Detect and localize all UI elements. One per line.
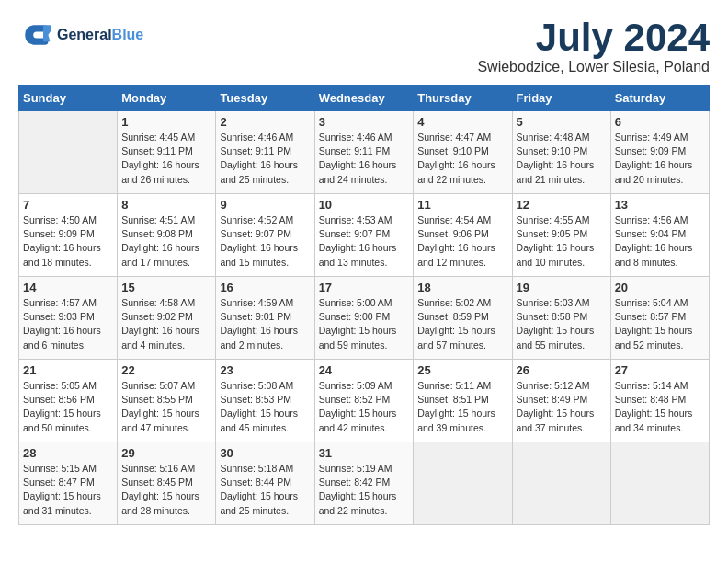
calendar-cell: 9Sunrise: 4:52 AM Sunset: 9:07 PM Daylig… [216, 194, 314, 277]
calendar-cell: 27Sunrise: 5:14 AM Sunset: 8:48 PM Dayli… [610, 360, 709, 442]
calendar-cell: 12Sunrise: 4:55 AM Sunset: 9:05 PM Dayli… [512, 194, 610, 277]
weekday-header: Saturday [610, 86, 709, 111]
calendar-cell: 13Sunrise: 4:56 AM Sunset: 9:04 PM Dayli… [610, 194, 709, 277]
day-info: Sunrise: 4:59 AM Sunset: 9:01 PM Dayligh… [220, 296, 310, 352]
day-info: Sunrise: 5:02 AM Sunset: 8:59 PM Dayligh… [417, 296, 507, 352]
day-number: 9 [220, 198, 310, 212]
day-info: Sunrise: 4:52 AM Sunset: 9:07 PM Dayligh… [220, 213, 310, 270]
calendar-cell: 1Sunrise: 4:45 AM Sunset: 9:11 PM Daylig… [118, 111, 216, 194]
calendar-cell: 17Sunrise: 5:00 AM Sunset: 9:00 PM Dayli… [314, 277, 414, 360]
day-info: Sunrise: 4:48 AM Sunset: 9:10 PM Dayligh… [517, 131, 607, 187]
day-info: Sunrise: 4:54 AM Sunset: 9:06 PM Dayligh… [417, 213, 507, 270]
day-info: Sunrise: 5:00 AM Sunset: 9:00 PM Dayligh… [319, 296, 410, 352]
calendar-cell: 26Sunrise: 5:12 AM Sunset: 8:49 PM Dayli… [512, 360, 610, 442]
calendar-week-row: 1Sunrise: 4:45 AM Sunset: 9:11 PM Daylig… [19, 111, 710, 194]
calendar-cell: 16Sunrise: 4:59 AM Sunset: 9:01 PM Dayli… [216, 277, 314, 360]
day-info: Sunrise: 5:05 AM Sunset: 8:56 PM Dayligh… [23, 379, 113, 435]
calendar-cell: 31Sunrise: 5:19 AM Sunset: 8:42 PM Dayli… [314, 442, 414, 525]
calendar-cell: 24Sunrise: 5:09 AM Sunset: 8:52 PM Dayli… [314, 360, 414, 442]
day-number: 20 [615, 281, 705, 294]
day-info: Sunrise: 5:19 AM Sunset: 8:42 PM Dayligh… [319, 462, 410, 518]
day-number: 30 [220, 446, 310, 460]
day-number: 25 [417, 363, 507, 377]
day-info: Sunrise: 4:55 AM Sunset: 9:05 PM Dayligh… [517, 213, 607, 270]
day-info: Sunrise: 4:53 AM Sunset: 9:07 PM Dayligh… [319, 213, 410, 270]
day-number: 11 [417, 198, 507, 212]
day-number: 1 [121, 115, 211, 129]
calendar-cell: 20Sunrise: 5:04 AM Sunset: 8:57 PM Dayli… [610, 277, 709, 360]
day-info: Sunrise: 4:51 AM Sunset: 9:08 PM Dayligh… [121, 213, 211, 270]
day-info: Sunrise: 5:12 AM Sunset: 8:49 PM Dayligh… [517, 379, 607, 435]
day-info: Sunrise: 5:09 AM Sunset: 8:52 PM Dayligh… [319, 379, 410, 435]
calendar-cell: 30Sunrise: 5:18 AM Sunset: 8:44 PM Dayli… [216, 442, 314, 525]
day-info: Sunrise: 5:08 AM Sunset: 8:53 PM Dayligh… [220, 379, 310, 435]
calendar-week-row: 7Sunrise: 4:50 AM Sunset: 9:09 PM Daylig… [19, 194, 710, 277]
calendar-cell: 25Sunrise: 5:11 AM Sunset: 8:51 PM Dayli… [414, 360, 512, 442]
day-number: 3 [319, 115, 410, 129]
day-info: Sunrise: 5:11 AM Sunset: 8:51 PM Dayligh… [417, 379, 507, 435]
page-header: GeneralBlue July 2024 Swiebodzice, Lower… [18, 18, 710, 75]
day-number: 2 [220, 115, 310, 129]
calendar-cell: 3Sunrise: 4:46 AM Sunset: 9:11 PM Daylig… [314, 111, 414, 194]
calendar-cell: 5Sunrise: 4:48 AM Sunset: 9:10 PM Daylig… [512, 111, 610, 194]
weekday-header: Wednesday [314, 86, 414, 111]
logo-icon [18, 18, 51, 52]
day-number: 15 [121, 281, 211, 294]
day-info: Sunrise: 4:50 AM Sunset: 9:09 PM Dayligh… [23, 213, 113, 270]
day-number: 7 [23, 198, 113, 212]
day-number: 29 [121, 446, 211, 460]
calendar-cell: 28Sunrise: 5:15 AM Sunset: 8:47 PM Dayli… [19, 442, 118, 525]
day-number: 14 [23, 281, 113, 294]
day-number: 19 [517, 281, 607, 294]
calendar-week-row: 21Sunrise: 5:05 AM Sunset: 8:56 PM Dayli… [19, 360, 710, 442]
calendar-cell: 8Sunrise: 4:51 AM Sunset: 9:08 PM Daylig… [118, 194, 216, 277]
day-number: 26 [517, 363, 607, 377]
calendar-cell: 6Sunrise: 4:49 AM Sunset: 9:09 PM Daylig… [610, 111, 709, 194]
calendar-cell [414, 442, 512, 525]
day-info: Sunrise: 4:45 AM Sunset: 9:11 PM Dayligh… [121, 131, 211, 187]
calendar-cell: 23Sunrise: 5:08 AM Sunset: 8:53 PM Dayli… [216, 360, 314, 442]
logo-text: GeneralBlue [57, 27, 143, 43]
month-title: July 2024 [477, 18, 710, 57]
day-number: 23 [220, 363, 310, 377]
day-number: 4 [417, 115, 507, 129]
day-info: Sunrise: 5:14 AM Sunset: 8:48 PM Dayligh… [615, 379, 705, 435]
day-info: Sunrise: 4:47 AM Sunset: 9:10 PM Dayligh… [417, 131, 507, 187]
calendar-cell: 10Sunrise: 4:53 AM Sunset: 9:07 PM Dayli… [314, 194, 414, 277]
calendar-week-row: 28Sunrise: 5:15 AM Sunset: 8:47 PM Dayli… [19, 442, 710, 525]
day-info: Sunrise: 5:16 AM Sunset: 8:45 PM Dayligh… [121, 462, 211, 518]
calendar-cell: 7Sunrise: 4:50 AM Sunset: 9:09 PM Daylig… [19, 194, 118, 277]
calendar-cell: 19Sunrise: 5:03 AM Sunset: 8:58 PM Dayli… [512, 277, 610, 360]
day-number: 8 [121, 198, 211, 212]
weekday-header-row: SundayMondayTuesdayWednesdayThursdayFrid… [19, 86, 710, 111]
calendar-cell: 14Sunrise: 4:57 AM Sunset: 9:03 PM Dayli… [19, 277, 118, 360]
day-info: Sunrise: 4:56 AM Sunset: 9:04 PM Dayligh… [615, 213, 705, 270]
day-info: Sunrise: 5:18 AM Sunset: 8:44 PM Dayligh… [220, 462, 310, 518]
day-number: 18 [417, 281, 507, 294]
weekday-header: Monday [118, 86, 216, 111]
day-number: 16 [220, 281, 310, 294]
day-number: 28 [23, 446, 113, 460]
day-number: 27 [615, 363, 705, 377]
calendar-cell: 22Sunrise: 5:07 AM Sunset: 8:55 PM Dayli… [118, 360, 216, 442]
day-number: 22 [121, 363, 211, 377]
weekday-header: Tuesday [216, 86, 314, 111]
calendar-cell: 2Sunrise: 4:46 AM Sunset: 9:11 PM Daylig… [216, 111, 314, 194]
day-number: 10 [319, 198, 410, 212]
calendar-week-row: 14Sunrise: 4:57 AM Sunset: 9:03 PM Dayli… [19, 277, 710, 360]
day-info: Sunrise: 4:46 AM Sunset: 9:11 PM Dayligh… [319, 131, 410, 187]
calendar-cell: 15Sunrise: 4:58 AM Sunset: 9:02 PM Dayli… [118, 277, 216, 360]
title-section: July 2024 Swiebodzice, Lower Silesia, Po… [477, 18, 710, 75]
weekday-header: Thursday [414, 86, 512, 111]
calendar-table: SundayMondayTuesdayWednesdayThursdayFrid… [18, 85, 710, 525]
day-number: 5 [517, 115, 607, 129]
calendar-cell [512, 442, 610, 525]
day-number: 6 [615, 115, 705, 129]
weekday-header: Friday [512, 86, 610, 111]
calendar-cell: 11Sunrise: 4:54 AM Sunset: 9:06 PM Dayli… [414, 194, 512, 277]
calendar-cell: 4Sunrise: 4:47 AM Sunset: 9:10 PM Daylig… [414, 111, 512, 194]
day-info: Sunrise: 5:07 AM Sunset: 8:55 PM Dayligh… [121, 379, 211, 435]
calendar-cell [610, 442, 709, 525]
day-number: 24 [319, 363, 410, 377]
calendar-cell: 29Sunrise: 5:16 AM Sunset: 8:45 PM Dayli… [118, 442, 216, 525]
